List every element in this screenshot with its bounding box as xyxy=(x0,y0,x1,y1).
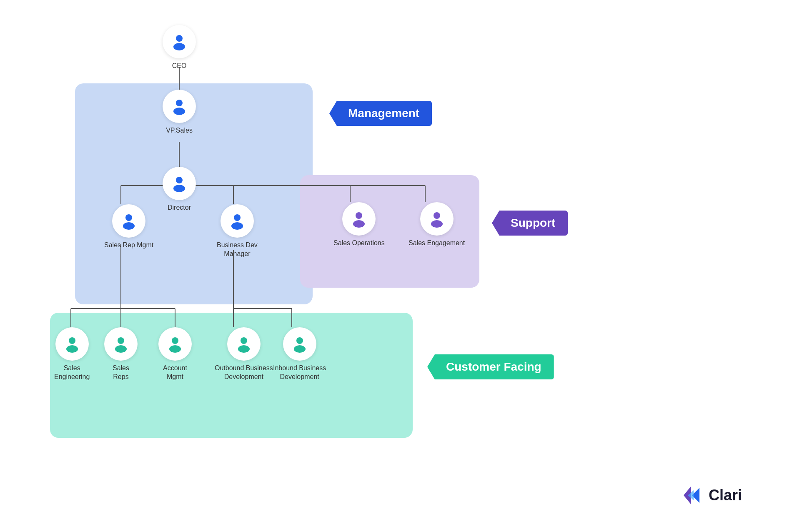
svg-point-27 xyxy=(234,214,241,221)
business-dev-manager-label: Business DevManager xyxy=(217,241,258,258)
svg-point-31 xyxy=(434,212,440,219)
svg-point-34 xyxy=(66,345,78,353)
clari-logo-text: Clari xyxy=(709,487,742,504)
node-inbound-bd: Inbound BusinessDevelopment xyxy=(273,327,326,381)
support-label-text: Support xyxy=(511,216,555,229)
node-sales-rep-mgmt: Sales Rep Mgmt xyxy=(104,204,153,250)
node-business-dev-manager: Business DevManager xyxy=(217,204,258,258)
node-sales-operations: Sales Operations xyxy=(333,202,385,248)
management-label-text: Management xyxy=(348,107,419,120)
svg-point-26 xyxy=(123,222,135,230)
sales-engagement-circle xyxy=(420,202,454,236)
node-vp-sales: VP.Sales xyxy=(163,90,196,135)
ceo-label: CEO xyxy=(172,62,187,70)
svg-point-35 xyxy=(118,337,124,344)
svg-point-33 xyxy=(69,337,75,344)
svg-point-19 xyxy=(176,35,183,42)
clari-logo: Clari xyxy=(684,486,742,504)
sales-rep-mgmt-circle xyxy=(112,204,145,238)
svg-point-23 xyxy=(176,177,183,183)
svg-point-39 xyxy=(241,337,247,344)
director-label: Director xyxy=(168,203,191,212)
inbound-bd-label: Inbound BusinessDevelopment xyxy=(273,364,326,381)
svg-point-36 xyxy=(115,345,127,353)
clari-icon xyxy=(684,486,704,504)
sales-operations-label: Sales Operations xyxy=(333,239,385,248)
svg-point-30 xyxy=(353,220,365,228)
management-label: Management xyxy=(329,101,432,126)
account-mgmt-label: AccountMgmt xyxy=(163,364,187,381)
outbound-bd-label: Outbound BusinessDevelopment xyxy=(215,364,273,381)
svg-point-28 xyxy=(231,222,243,230)
node-sales-engagement: Sales Engagement xyxy=(409,202,465,248)
svg-point-37 xyxy=(172,337,178,344)
node-director: Director xyxy=(163,167,196,212)
node-sales-reps: SalesReps xyxy=(104,327,138,381)
vp-sales-circle xyxy=(163,90,196,123)
support-label: Support xyxy=(492,211,568,236)
customer-label: Customer Facing xyxy=(427,354,554,379)
account-mgmt-circle xyxy=(158,327,192,361)
node-account-mgmt: AccountMgmt xyxy=(158,327,192,381)
svg-point-38 xyxy=(169,345,181,353)
svg-point-20 xyxy=(173,43,185,50)
svg-point-41 xyxy=(296,337,303,344)
vp-sales-label: VP.Sales xyxy=(166,126,193,135)
sales-rep-mgmt-label: Sales Rep Mgmt xyxy=(104,241,153,250)
business-dev-manager-circle xyxy=(221,204,254,238)
sales-engineering-label: SalesEngineering xyxy=(54,364,90,381)
node-ceo: CEO xyxy=(163,25,196,70)
outbound-bd-circle xyxy=(227,327,261,361)
svg-point-25 xyxy=(125,214,132,221)
svg-point-32 xyxy=(431,220,443,228)
inbound-bd-circle xyxy=(283,327,316,361)
diagram-container: CEO VP.Sales Director Sales Rep xyxy=(25,13,767,521)
svg-point-21 xyxy=(176,100,183,106)
svg-point-22 xyxy=(173,108,185,115)
svg-point-40 xyxy=(238,345,250,353)
sales-engineering-circle xyxy=(55,327,89,361)
svg-point-42 xyxy=(294,345,306,353)
customer-label-text: Customer Facing xyxy=(446,360,541,373)
node-sales-engineering: SalesEngineering xyxy=(54,327,90,381)
sales-reps-circle xyxy=(104,327,138,361)
ceo-circle xyxy=(163,25,196,58)
svg-point-29 xyxy=(356,212,362,219)
sales-operations-circle xyxy=(342,202,376,236)
director-circle xyxy=(163,167,196,200)
sales-engagement-label: Sales Engagement xyxy=(409,239,465,248)
sales-reps-label: SalesReps xyxy=(113,364,129,381)
svg-point-24 xyxy=(173,185,185,192)
node-outbound-bd: Outbound BusinessDevelopment xyxy=(215,327,273,381)
